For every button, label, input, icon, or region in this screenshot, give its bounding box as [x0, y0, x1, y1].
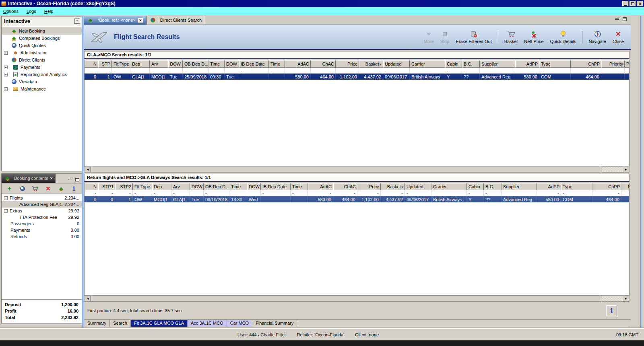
filter-cell[interactable]: - [336, 68, 359, 74]
filter-cell[interactable]: - [85, 190, 98, 196]
filter-cell[interactable]: - [625, 68, 630, 74]
filter-cell[interactable]: - [98, 190, 115, 196]
close-button[interactable]: ✕Close [610, 29, 627, 45]
result-cell[interactable]: 4,437.92 [381, 196, 405, 202]
filter-cell[interactable]: - [85, 68, 98, 74]
filter-cell[interactable]: - [462, 68, 480, 74]
filter-cell[interactable]: - [592, 190, 621, 196]
result-cell[interactable] [261, 196, 291, 202]
column-header-b-c[interactable]: B.C. [484, 183, 502, 190]
filter-cell[interactable]: - [484, 190, 502, 196]
column-header-adpp[interactable]: AdPP [537, 183, 561, 190]
sidebar-item-new-booking[interactable]: ♣New Booking [2, 27, 82, 35]
filter-cell[interactable]: - [98, 68, 112, 74]
result-cell[interactable]: 464.00 [311, 74, 336, 80]
result-cell[interactable]: Y [445, 74, 462, 80]
filter-cell[interactable] [229, 190, 247, 196]
booking-item-advanced-reg-gla-1[interactable]: Advanced Reg GLA|1...2,204... [2, 201, 82, 208]
result-cell[interactable]: 09/10/2018 [204, 196, 229, 202]
result-cell[interactable]: 580.00 [537, 196, 561, 202]
menu-item-help[interactable]: Help [44, 9, 54, 14]
result-cell[interactable]: British Airways [431, 196, 467, 202]
column-header-stp[interactable]: STP [98, 60, 112, 68]
tab-flt-3a-1c-gla-mco-gla[interactable]: Flt 3A,1C GLA MCO GLA [131, 320, 188, 327]
column-header-basket[interactable]: Basket▾ [359, 60, 383, 68]
filter-cell[interactable]: - [359, 68, 383, 74]
column-header-cabin[interactable]: Cabin [467, 183, 484, 190]
filter-cell[interactable]: - [130, 68, 150, 74]
scroll-right-icon[interactable]: ► [623, 167, 629, 172]
booking-item-refunds[interactable]: Refunds0.00 [2, 233, 82, 240]
filter-cell[interactable]: - [171, 190, 190, 196]
column-header-priority[interactable]: Priority [601, 60, 625, 68]
filter-cell[interactable]: - [561, 190, 592, 196]
close-button[interactable]: × [637, 1, 643, 6]
column-header-ib-dep-date[interactable]: IB Dep Date [261, 183, 291, 190]
sidebar-item-quick-quotes[interactable]: Quick Quotes [2, 42, 82, 49]
filter-cell[interactable]: - [381, 190, 405, 196]
tab-search[interactable]: Search [110, 320, 131, 327]
column-header-type[interactable]: Type [561, 183, 592, 190]
column-header-dep[interactable]: Dep [152, 183, 171, 190]
filter-cell[interactable]: - [112, 68, 130, 74]
maximize-view-icon[interactable] [623, 17, 627, 21]
navigate-button[interactable]: Navigate [586, 29, 609, 45]
column-header-chac[interactable]: ChAC [311, 60, 336, 68]
return-horizontal-scrollbar[interactable]: ◄ ► [84, 295, 630, 302]
scrollbar-thumb[interactable] [91, 167, 601, 172]
column-header-ob-dep-d[interactable]: OB Dep D... [204, 183, 229, 190]
column-header-ib-dep-date[interactable]: IB Dep Date [239, 60, 269, 68]
result-cell[interactable]: 4,437.92 [359, 74, 383, 80]
tab-financial-summary[interactable]: Financial Summary [252, 320, 297, 327]
nett-price-button[interactable]: Nett Price [521, 29, 546, 45]
result-row[interactable]: 001OWMCO|1GLA|1Tue09/10/201818:30Wed580.… [85, 196, 630, 202]
column-header-cabin[interactable]: Cabin [445, 60, 462, 68]
expand-icon[interactable]: + [4, 66, 8, 69]
column-header-adac[interactable]: AdAC [285, 60, 311, 68]
minimize-panel-icon[interactable] [68, 179, 72, 180]
result-cell[interactable]: 464.00 [571, 74, 601, 80]
result-cell[interactable]: Tue [190, 196, 204, 202]
column-header-dow[interactable]: DOW [190, 183, 204, 190]
maximize-panel-icon[interactable] [75, 178, 79, 181]
filter-cell[interactable]: - [357, 190, 381, 196]
result-cell[interactable]: GLA|1 [171, 196, 190, 202]
result-cell[interactable]: 580.00 [308, 196, 333, 202]
result-cell[interactable] [239, 74, 269, 80]
booking-contents-tab[interactable]: ♣ Booking contents × [2, 173, 56, 183]
result-cell[interactable]: Wed [247, 196, 261, 202]
column-header-chpp[interactable]: ChPP [592, 183, 621, 190]
scrollbar-track[interactable] [91, 167, 623, 172]
filter-cell[interactable]: - [539, 68, 571, 74]
column-header-dow[interactable]: DOW [247, 183, 261, 190]
filter-cell[interactable]: - [571, 68, 601, 74]
menu-item-logs[interactable]: Logs [27, 9, 36, 14]
filter-cell[interactable]: - [333, 190, 357, 196]
filter-cell[interactable]: - [467, 190, 484, 196]
column-header-supplier[interactable]: Supplier [502, 183, 537, 190]
column-header-supplier[interactable]: Supplier [480, 60, 515, 68]
filter-cell[interactable] [480, 68, 515, 74]
column-header-priority[interactable]: Priority [621, 183, 630, 190]
result-cell[interactable]: British Airways [410, 74, 445, 80]
column-header-priority-desc[interactable]: Priority desc [625, 60, 630, 68]
sidebar-item-completed-bookings[interactable]: ♣Completed Bookings [2, 35, 82, 42]
tab-acc-3a-1c-mco[interactable]: Acc 3A,1C MCO [188, 320, 227, 327]
info-button[interactable]: i [606, 305, 617, 316]
filter-cell[interactable]: - [515, 68, 539, 74]
tab-car-mco[interactable]: Car MCO [227, 320, 252, 327]
menu-item-options[interactable]: Options [3, 9, 19, 14]
booking-item-passengers[interactable]: Passengers0 [2, 220, 82, 227]
filter-cell[interactable]: - [291, 190, 308, 196]
column-header-basket[interactable]: Basket▾ [381, 183, 405, 190]
minimize-button[interactable] [622, 1, 629, 6]
column-header-flt-type[interactable]: Flt Type [112, 60, 130, 68]
column-header-type[interactable]: Type [539, 60, 571, 68]
info-icon[interactable]: i [70, 185, 78, 192]
column-header-n[interactable]: N [85, 60, 98, 68]
filter-cell[interactable]: - [133, 190, 152, 196]
add-icon[interactable]: + [6, 185, 13, 192]
tab-book-ref-none[interactable]: ♣*Book. ref.: <none>× [84, 16, 147, 25]
filter-cell[interactable]: - [601, 68, 625, 74]
scrollbar-track[interactable] [91, 296, 623, 301]
